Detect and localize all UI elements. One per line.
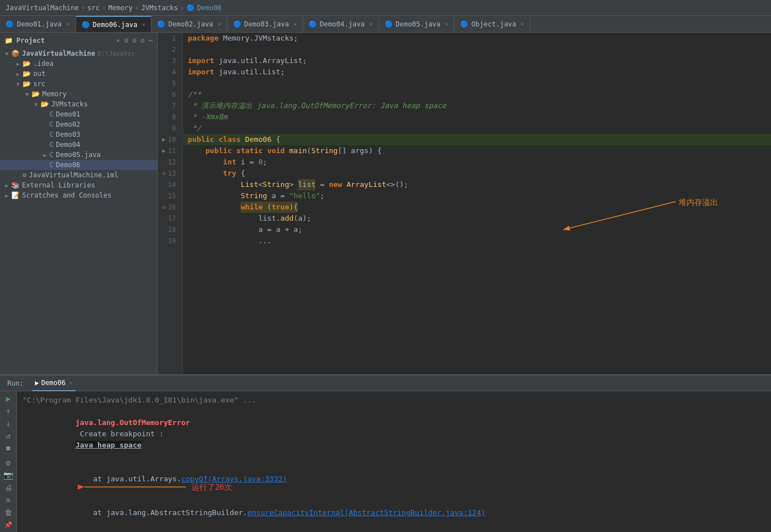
run-up-button[interactable]: ↑ [2,406,15,416]
sidebar-item-demo04[interactable]: C Demo04 [0,140,157,150]
run-layout-button[interactable]: ⊞ [2,495,15,505]
run-sidebar: ▶ ↑ ↓ ↺ ⏹ ⚙ 📷 🖨 ⊞ 🗑 📌 [0,391,17,532]
tab-icon-demo06: 🔵 [82,21,90,29]
code-content[interactable]: package Memory.JVMstacks; import java.ut… [183,33,771,374]
sidebar-item-demo06[interactable]: C Demo06 [0,160,157,170]
code-editor[interactable]: 1 2 3 4 5 6 7 8 9 ▶10 ▶11 12 ◇13 14 15 ◇… [158,33,771,374]
run-settings-button[interactable]: ⚙ [2,458,15,468]
tab-label-object: Object.java [471,20,516,28]
run-tab-icon: ▶ [35,379,39,387]
run-down-button[interactable]: ↓ [2,418,15,428]
sidebar-title: Project [16,37,45,44]
run-tab-close[interactable]: ✕ [69,379,73,386]
run-output[interactable]: "C:\Program Files\Java\jdk1.8.0_181\bin\… [17,391,771,532]
create-breakpoint: Create breakpoint : [75,430,168,438]
breadcrumb-jvmstacks[interactable]: JVMstacks [141,4,178,12]
sidebar-item-memory[interactable]: ▼ 📂 Memory [0,89,157,99]
run-tab-label: Demo06 [41,379,65,387]
tab-demo04[interactable]: 🔵 Demo04.java ✕ [303,16,379,33]
sidebar-item-memory-label: Memory [42,90,66,98]
jvmstacks-folder-icon: 📂 [41,100,49,108]
sidebar-item-root-label: JavaVirtualMachine [22,50,95,57]
idea-folder-icon: 📂 [23,60,31,68]
tab-close-demo06[interactable]: ✕ [142,21,145,28]
breadcrumb-memory[interactable]: Memory [108,4,132,12]
code-line-11: public static void main(String[] args) { [183,145,771,157]
breadcrumb-file-icon: 🔵 [186,4,195,12]
tab-close-demo05[interactable]: ✕ [445,21,448,27]
demo03-java-icon: C [50,131,54,138]
run-camera-button[interactable]: 📷 [2,470,15,480]
sidebar-item-idea-label: .idea [33,60,54,68]
oom-error: java.lang.OutOfMemoryError [75,418,190,427]
tab-close-demo03[interactable]: ✕ [293,21,297,27]
tab-close-demo01[interactable]: ✕ [66,21,69,27]
run-label: Run: [5,375,26,391]
output-line-4: at java.lang.AbstractStringBuilder.ensur… [23,496,765,530]
expand-arrow-jvmstacks: ▼ [32,101,41,108]
memory-folder-icon: 📂 [32,90,40,98]
output-line-5: at java.lang.AbstractStringBuilder.appen… [23,530,765,532]
line-num-8: 8 [162,111,178,123]
code-line-19: ... [183,235,771,247]
expand-arrow-demo05: ▶ [41,152,50,158]
sidebar-item-root[interactable]: ▼ 📦 JavaVirtualMachine D:\JavaVir [0,48,157,59]
demo02-java-icon: C [50,120,54,128]
run-delete-button[interactable]: 🗑 [2,507,15,517]
sidebar-item-demo02[interactable]: C Demo02 [0,119,157,129]
line-num-5: 5 [162,78,178,89]
tab-demo03[interactable]: 🔵 Demo03.java ✕ [228,16,304,33]
tab-label-demo05: Demo05.java [396,20,440,28]
sidebar-item-demo03[interactable]: C Demo03 [0,129,157,140]
run-stop-button[interactable]: ⏹ [2,443,15,453]
sidebar-item-demo05[interactable]: ▶ C Demo05.java [0,150,157,160]
stack-trace-2: at java.lang.AbstractStringBuilder. [75,508,247,517]
run-print-button[interactable]: 🖨 [2,482,15,493]
tab-close-demo02[interactable]: ✕ [218,21,221,27]
tab-label-demo02: Demo02.java [168,20,213,28]
tab-close-object[interactable]: ✕ [521,21,524,27]
run-pin-button[interactable]: 📌 [2,520,15,530]
code-line-17: list.add(a); [183,213,771,224]
sidebar-item-iml-label: JavaVirtualMachine.iml [29,171,118,179]
ensure-capacity-link[interactable]: ensureCapacityInternal(AbstractStringBui… [247,508,485,517]
expand-arrow-root: ▼ [2,51,11,57]
demo04-java-icon: C [50,141,54,149]
tab-object[interactable]: 🔵 Object.java ✕ [454,16,531,33]
sidebar-item-iml[interactable]: ⚙ JavaVirtualMachine.iml [0,170,157,180]
run-content: ▶ ↑ ↓ ↺ ⏹ ⚙ 📷 🖨 ⊞ 🗑 📌 "C:\Program Files\… [0,391,771,532]
code-line-6: /** [183,89,771,100]
tab-run-demo06[interactable]: ▶ Demo06 ✕ [32,375,75,391]
line-num-15: 15 [162,190,178,202]
expand-arrow-idea: ▶ [14,61,23,67]
line-num-2: 2 [162,44,178,55]
sidebar-item-demo01[interactable]: C Demo01 [0,109,157,119]
project-folder-icon: 📦 [11,50,20,57]
run-rerun-button[interactable]: ↺ [2,431,15,441]
tab-close-demo04[interactable]: ✕ [369,21,373,27]
sidebar-item-src[interactable]: ▼ 📂 src [0,79,157,89]
iml-icon: ⚙ [23,171,26,179]
sidebar-item-scratches[interactable]: ▶ 📝 Scratches and Consoles [0,190,157,200]
sidebar-item-external-libs[interactable]: ▶ 📚 External Libraries [0,180,157,190]
demo06-java-icon: C [50,161,54,169]
code-line-8: * -Xmx8m [183,111,771,123]
tab-demo05[interactable]: 🔵 Demo05.java ✕ [379,16,455,33]
sidebar-item-out[interactable]: ▶ 📂 out [0,69,157,79]
tab-demo06[interactable]: 🔵 Demo06.java ✕ [76,16,152,33]
sidebar-item-idea[interactable]: ▶ 📂 .idea [0,59,157,69]
sidebar-item-jvmstacks[interactable]: ▼ 📂 JVMstacks [0,99,157,109]
bottom-tab-bar: Run: ▶ Demo06 ✕ [0,375,771,391]
breadcrumb-src[interactable]: src [87,4,100,12]
breadcrumb-project[interactable]: JavaVirtualMachine [6,4,79,12]
code-line-2 [183,44,771,55]
bottom-panel: Run: ▶ Demo06 ✕ ▶ ↑ ↓ ↺ ⏹ ⚙ 📷 🖨 ⊞ 🗑 � [0,374,771,532]
sidebar-options[interactable]: ▾ ≡ ≡ ⚙ — [116,37,153,44]
tab-demo01[interactable]: 🔵 Demo01.java ✕ [0,16,76,33]
tab-label-demo04: Demo04.java [320,20,364,28]
code-line-9: */ [183,123,771,134]
tab-demo02[interactable]: 🔵 Demo02.java ✕ [151,16,228,33]
sidebar-root-path: D:\JavaVir [97,50,135,57]
run-play-button[interactable]: ▶ [2,394,15,404]
arrays-link[interactable]: copyOf(Arrays.java:3332) [181,475,287,483]
